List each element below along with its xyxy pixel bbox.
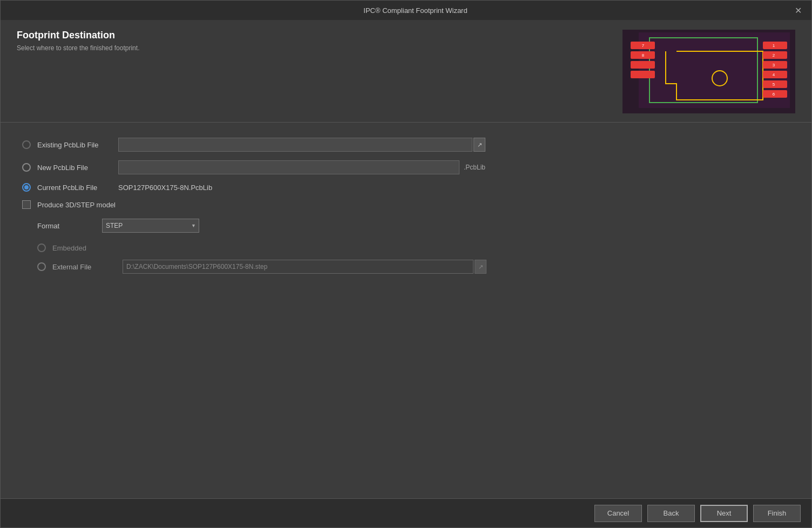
new-pcblib-suffix: .PcbLib [464,164,485,171]
content-area: Existing PcbLib File ↗ New PcbLib File .… [1,123,811,498]
external-file-row: External File ↗ [37,260,790,274]
embedded-row: Embedded [37,243,790,252]
svg-text:7: 7 [642,43,645,48]
page-subtitle: Select where to store the finished footp… [17,44,139,52]
existing-pcblib-label: Existing PcbLib File [37,141,113,149]
current-pcblib-label: Current PcbLib File [37,184,113,192]
next-button[interactable]: Next [700,505,748,522]
finish-button[interactable]: Finish [753,505,801,522]
format-label: Format [37,222,102,230]
svg-rect-4 [763,42,787,49]
format-select-wrapper: STEP WRL [102,219,199,233]
new-pcblib-input[interactable] [118,160,459,174]
produce-3d-label: Produce 3D/STEP model [37,201,116,209]
external-file-input[interactable] [123,260,473,274]
current-pcblib-radio[interactable] [22,183,31,192]
title-bar: IPC® Compliant Footprint Wizard ✕ [1,1,811,20]
svg-text:3: 3 [773,63,775,67]
existing-pcblib-radio[interactable] [22,140,31,149]
new-pcblib-label: New PcbLib File [37,164,113,172]
svg-rect-6 [763,61,787,69]
svg-rect-12 [631,61,655,69]
format-row: Format STEP WRL [37,219,790,233]
svg-rect-5 [763,51,787,59]
embedded-radio[interactable] [37,243,46,252]
cancel-button[interactable]: Cancel [594,505,642,522]
pcb-preview-image: 1 2 3 4 5 6 7 8 [622,30,795,113]
footer: Cancel Back Next Finish [1,498,811,527]
existing-pcblib-input[interactable] [118,138,472,152]
produce-3d-checkbox[interactable] [22,200,31,209]
window-title: IPC® Compliant Footprint Wizard [39,6,791,15]
back-button[interactable]: Back [647,505,695,522]
embedded-label: Embedded [52,244,117,252]
external-file-label: External File [52,263,117,271]
header-text-block: Footprint Destination Select where to st… [17,30,139,52]
svg-rect-13 [631,71,655,78]
svg-text:4: 4 [773,72,775,77]
close-button[interactable]: ✕ [791,4,805,17]
svg-text:8: 8 [642,53,645,58]
new-pcblib-input-group: .PcbLib [118,160,485,174]
existing-pcblib-browse-button[interactable]: ↗ [473,138,485,152]
existing-pcblib-row: Existing PcbLib File ↗ [22,138,790,152]
current-pcblib-value: SOP127P600X175-8N.PcbLib [118,184,212,192]
current-pcblib-row: Current PcbLib File SOP127P600X175-8N.Pc… [22,183,790,192]
header-section: Footprint Destination Select where to st… [1,20,811,123]
svg-rect-9 [763,90,787,98]
external-file-radio[interactable] [37,262,46,271]
svg-rect-7 [763,71,787,78]
svg-text:1: 1 [773,43,775,48]
produce-3d-row: Produce 3D/STEP model [22,200,790,209]
svg-text:2: 2 [773,53,775,58]
format-select[interactable]: STEP WRL [102,219,199,233]
page-title: Footprint Destination [17,30,139,41]
svg-text:5: 5 [773,82,775,87]
external-file-browse-button[interactable]: ↗ [475,260,486,274]
svg-rect-8 [763,80,787,88]
external-file-input-group: ↗ [123,260,490,274]
main-window: IPC® Compliant Footprint Wizard ✕ Footpr… [0,0,812,528]
existing-pcblib-input-group: ↗ [118,138,485,152]
svg-text:6: 6 [773,92,775,97]
new-pcblib-radio[interactable] [22,163,31,172]
new-pcblib-row: New PcbLib File .PcbLib [22,160,790,174]
